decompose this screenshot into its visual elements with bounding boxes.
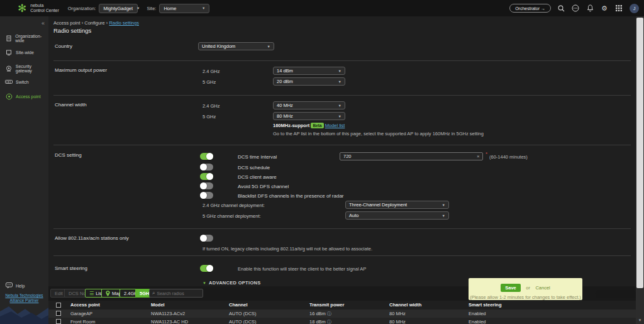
organization-select[interactable]: MightyGadget ▼: [99, 4, 138, 13]
nebula-logo[interactable]: ✻ nebula Control Center: [18, 3, 59, 14]
info-icon[interactable]: ⓘ: [327, 320, 331, 324]
cell-channel-width: 80 MHz: [389, 319, 406, 324]
smart-steering-note: Enable this function will steer the clie…: [238, 266, 366, 272]
row-checkbox[interactable]: [56, 319, 61, 324]
deploy-24-select[interactable]: Three-Channel Deployment ▼: [345, 201, 449, 209]
breadcrumb-sep: ›: [82, 20, 84, 26]
table-row[interactable]: Front Room NWA1123-AC HD AUTO (DCS) 18 d…: [48, 318, 636, 324]
allow-stations-toggle[interactable]: [200, 235, 213, 242]
select-all-checkbox[interactable]: [56, 303, 61, 308]
width-5-select[interactable]: 80 MHz ▼: [273, 112, 345, 120]
breadcrumb-radio-settings[interactable]: Radio settings: [109, 20, 139, 26]
col-access-point[interactable]: Access point: [70, 302, 100, 308]
sidebar-item-access-point[interactable]: Access point: [5, 92, 41, 100]
avoid-dfs-toggle[interactable]: [200, 182, 213, 189]
site-icon: [5, 48, 13, 56]
dcs-client-aware-toggle[interactable]: [200, 173, 213, 180]
cancel-link[interactable]: Cancel: [535, 285, 550, 291]
model-list-link[interactable]: Model list: [325, 123, 345, 128]
cell-access-point[interactable]: Front Room: [70, 319, 96, 324]
orchestrator-button[interactable]: Orchestrator →: [509, 4, 551, 13]
power-5-select[interactable]: 20 dBm ▼: [273, 77, 345, 86]
dcs-time-interval-toggle[interactable]: [200, 153, 213, 160]
sidebar-item-label: Help: [16, 284, 25, 288]
map-pin-icon: [106, 291, 110, 296]
floating-widget[interactable]: [596, 290, 636, 298]
dcs-schedule-toggle[interactable]: [200, 164, 213, 170]
sidebar-item-switch[interactable]: Switch: [5, 78, 29, 86]
col-transmit-power[interactable]: Transmit power: [309, 302, 344, 308]
scrollbar-down-arrow[interactable]: ▾: [636, 318, 644, 323]
search-icon[interactable]: [557, 4, 565, 13]
chevron-down-icon: ▼: [202, 6, 205, 10]
width-24-select[interactable]: 40 MHz ▼: [273, 101, 345, 109]
sidebar-item-security-gateway[interactable]: Security gateway: [5, 64, 48, 73]
cell-channel: AUTO (DCS): [229, 319, 257, 324]
settings-gear-icon[interactable]: ⚙: [600, 4, 609, 13]
smart-steering-toggle[interactable]: [200, 265, 213, 272]
save-button[interactable]: Save: [501, 284, 521, 292]
divider: [53, 60, 631, 61]
organization-label: Organization:: [68, 6, 96, 11]
sidebar-collapse-icon[interactable]: «: [42, 20, 45, 26]
col-smart-steering[interactable]: Smart steering: [469, 302, 502, 308]
feedback-icon[interactable]: [571, 4, 580, 13]
cell-transmit-power: 16 dBm ⓘ: [309, 311, 331, 317]
divider: [53, 255, 631, 256]
smart-steering-label: Smart steering: [55, 265, 87, 271]
row-checkbox[interactable]: [56, 311, 61, 316]
channel-width-label: Channel width: [55, 102, 87, 108]
apps-grid-icon[interactable]: [614, 4, 623, 13]
blacklist-dfs-toggle[interactable]: [200, 192, 213, 199]
table-row[interactable]: GarageAP NWA1123-ACv2 AUTO (DCS) 16 dBm …: [48, 310, 636, 318]
advanced-options[interactable]: ▼ADVANCED OPTIONS: [203, 276, 261, 287]
band-label-24: 2.4 GHz: [203, 103, 220, 109]
country-select[interactable]: United Kingdom ▼: [198, 42, 274, 50]
divider: [53, 145, 631, 145]
country-value: United Kingdom: [202, 43, 235, 49]
breadcrumb-access-point[interactable]: Access point: [53, 20, 80, 26]
info-icon[interactable]: ⓘ: [327, 311, 331, 316]
clear-input-icon[interactable]: ×: [477, 154, 480, 159]
breadcrumb-configure[interactable]: Configure: [84, 20, 105, 26]
table-header-row: Access point Model Channel Transmit powe…: [48, 302, 636, 310]
sidebar-item-site-wide[interactable]: Site-wide: [5, 48, 34, 56]
vertical-scrollbar[interactable]: ▾: [636, 16, 644, 324]
cell-transmit-power: 18 dBm ⓘ: [309, 319, 331, 324]
user-avatar[interactable]: J: [630, 4, 639, 13]
help-chat-icon: [5, 282, 13, 289]
col-channel-width[interactable]: Channel width: [389, 302, 421, 308]
mountain-graphic: [0, 303, 48, 324]
ap-search-input[interactable]: [157, 291, 201, 296]
deploy-5-select[interactable]: Auto ▼: [345, 211, 449, 220]
site-value: Home: [164, 6, 176, 11]
scrollbar-thumb[interactable]: [636, 18, 643, 288]
sidebar-item-help[interactable]: Help: [5, 282, 25, 289]
chevron-down-icon: ▼: [136, 6, 140, 10]
col-channel[interactable]: Channel: [229, 302, 248, 308]
chevron-down-icon: ▼: [442, 214, 445, 218]
advanced-options-label: ADVANCED OPTIONS: [209, 280, 261, 286]
partner-link[interactable]: Nebula Technologies Alliance Partner: [3, 293, 46, 303]
logo-line1: nebula: [30, 3, 43, 8]
switch-icon: [5, 78, 13, 86]
sidebar-item-label: Security gateway: [16, 64, 48, 73]
chevron-down-icon: ▼: [338, 69, 341, 73]
time-interval-hint: (60-1440 minutes): [489, 154, 528, 160]
chevron-down-icon: ▼: [267, 45, 270, 48]
cell-smart-steering: Enabled: [469, 311, 486, 316]
band-label-24: 2.4 GHz: [203, 69, 220, 74]
cell-access-point[interactable]: GarageAP: [70, 311, 92, 316]
logo-line2: Control Center: [30, 8, 59, 13]
site-select[interactable]: Home ▼: [159, 4, 209, 13]
power-24-select[interactable]: 14 dBm ▼: [273, 67, 345, 75]
dcs-client-aware-label: DCS client aware: [238, 174, 277, 180]
width-5-value: 80 MHz: [277, 113, 293, 119]
mhz160-support-label: 160MHz-support: [273, 123, 309, 128]
list-icon: ☰: [89, 291, 94, 296]
sidebar-item-organization-wide[interactable]: Organization-wide: [5, 34, 48, 43]
notifications-bell-icon[interactable]: [586, 4, 594, 13]
deploy-24-label: 2.4 GHz channel deployment:: [203, 203, 265, 208]
dcs-time-interval-input[interactable]: [340, 152, 483, 160]
col-model[interactable]: Model: [151, 302, 165, 308]
